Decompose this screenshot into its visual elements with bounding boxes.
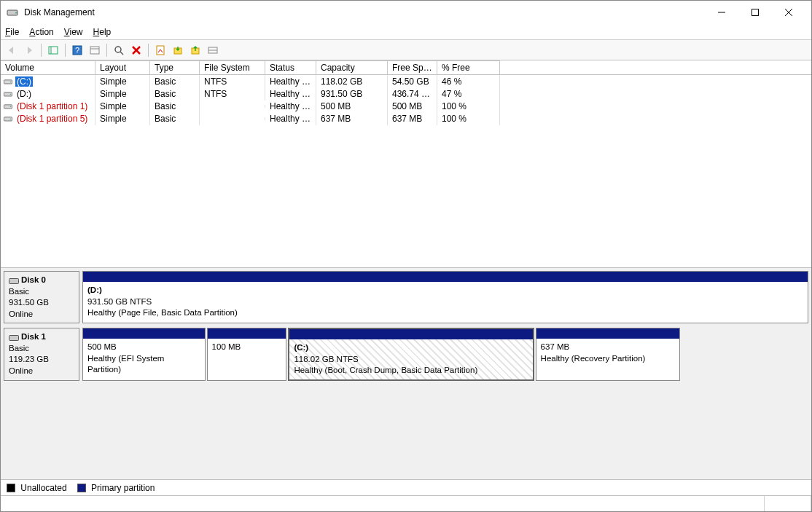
- col-volume[interactable]: Volume: [1, 60, 95, 74]
- svg-point-26: [10, 106, 11, 106]
- statusbar: [1, 495, 811, 511]
- disk-type: Basic: [9, 287, 29, 296]
- partition[interactable]: 637 MBHealthy (Recovery Partition): [536, 328, 680, 381]
- volume-filesystem: [200, 117, 265, 120]
- volume-type: Basic: [150, 75, 200, 88]
- partition-stripe: [208, 328, 286, 339]
- maximize-button[interactable]: [738, 1, 772, 24]
- disk-size: 931.50 GB: [9, 298, 49, 307]
- col-layout[interactable]: Layout: [95, 60, 150, 74]
- volume-name: (D:): [15, 89, 33, 99]
- action-button-3[interactable]: [205, 42, 221, 58]
- partition-stripe: [83, 328, 205, 339]
- disk-icon: [9, 333, 19, 342]
- partition-size: 500 MB: [87, 342, 117, 351]
- volume-name: (Disk 1 partition 5): [15, 114, 89, 124]
- col-pctfree[interactable]: % Free: [437, 60, 500, 74]
- volume-status: Healthy (P...: [265, 87, 316, 101]
- menu-view[interactable]: View: [64, 27, 83, 37]
- back-button[interactable]: [4, 42, 20, 58]
- partition[interactable]: 500 MBHealthy (EFI System Partition): [82, 328, 206, 381]
- menu-help[interactable]: Help: [93, 27, 112, 37]
- disk-map-pane[interactable]: Disk 0Basic931.50 GBOnline(D:)931.50 GB …: [1, 268, 811, 479]
- svg-line-13: [120, 52, 123, 55]
- disk-partitions: 500 MBHealthy (EFI System Partition)100 …: [82, 328, 808, 381]
- col-type[interactable]: Type: [150, 60, 200, 74]
- volume-filesystem: NTFS: [200, 75, 265, 88]
- properties-button[interactable]: [152, 42, 168, 58]
- toolbar-sep: [148, 44, 149, 57]
- disk-size: 119.23 GB: [9, 355, 49, 363]
- unallocated-swatch: [7, 484, 15, 492]
- volume-capacity: 637 MB: [316, 112, 388, 125]
- volume-layout: Simple: [95, 75, 150, 88]
- partition[interactable]: 100 MB: [207, 328, 287, 381]
- legend: Unallocated Primary partition: [1, 479, 811, 495]
- volume-pctfree: 46 %: [437, 75, 500, 88]
- show-hide-console-tree-button[interactable]: [45, 42, 61, 58]
- volume-row[interactable]: (Disk 1 partition 5)SimpleBasicHealthy (…: [1, 112, 811, 125]
- col-capacity[interactable]: Capacity: [316, 60, 388, 74]
- volume-pctfree: 47 %: [437, 87, 500, 101]
- volume-freespace: 54.50 GB: [388, 75, 437, 88]
- volume-list-pane: Volume Layout Type File System Status Ca…: [1, 60, 811, 268]
- volume-freespace: 436.74 GB: [388, 87, 437, 101]
- col-filesystem[interactable]: File System: [200, 60, 265, 74]
- svg-rect-6: [49, 47, 58, 54]
- menu-action[interactable]: Action: [29, 27, 53, 37]
- svg-rect-29: [9, 278, 19, 283]
- partition[interactable]: (D:)931.50 GB NTFSHealthy (Page File, Ba…: [82, 271, 808, 323]
- volume-row[interactable]: (D:)SimpleBasicNTFSHealthy (P...931.50 G…: [1, 87, 811, 100]
- volume-row[interactable]: (C:)SimpleBasicNTFSHealthy (B...118.02 G…: [1, 75, 811, 87]
- svg-point-1: [15, 12, 17, 14]
- svg-point-28: [10, 118, 11, 119]
- legend-unallocated-label: Unallocated: [20, 483, 66, 493]
- volume-status: Healthy (R...: [265, 112, 316, 125]
- volume-layout: Simple: [95, 87, 150, 101]
- svg-rect-3: [752, 9, 759, 16]
- volume-capacity: 931.50 GB: [316, 87, 388, 101]
- disk-partitions: (D:)931.50 GB NTFSHealthy (Page File, Ba…: [82, 271, 808, 323]
- action-button-2[interactable]: [187, 42, 203, 58]
- disk-icon: [9, 276, 19, 285]
- legend-unallocated: Unallocated: [7, 483, 67, 493]
- disk-label[interactable]: Disk 0Basic931.50 GBOnline: [4, 271, 79, 323]
- partition-stripe: [83, 272, 808, 282]
- settings-button[interactable]: [87, 42, 103, 58]
- forward-button[interactable]: [21, 42, 37, 58]
- partition-title: (C:): [294, 343, 308, 352]
- volume-capacity: 118.02 GB: [316, 75, 388, 88]
- volume-filesystem: NTFS: [200, 87, 265, 101]
- refresh-button[interactable]: [111, 42, 127, 58]
- partition-size: 637 MB: [541, 342, 570, 351]
- action-button-1[interactable]: [170, 42, 186, 58]
- partition[interactable]: (C:)118.02 GB NTFSHealthy (Boot, Crash D…: [288, 328, 534, 381]
- disk-label[interactable]: Disk 1Basic119.23 GBOnline: [4, 328, 79, 381]
- menu-file[interactable]: File: [5, 27, 19, 37]
- partition-title: (D:): [87, 285, 102, 294]
- svg-point-22: [10, 81, 11, 82]
- partition-size: 118.02 GB NTFS: [294, 355, 358, 363]
- app-icon: [7, 7, 18, 18]
- svg-point-12: [115, 47, 121, 52]
- partition-size: 931.50 GB NTFS: [87, 297, 152, 306]
- volume-name: (Disk 1 partition 1): [15, 101, 89, 111]
- partition-stripe: [289, 329, 532, 339]
- volume-row[interactable]: (Disk 1 partition 1)SimpleBasicHealthy (…: [1, 100, 811, 112]
- menubar: File Action View Help: [1, 24, 811, 40]
- col-status[interactable]: Status: [265, 60, 316, 74]
- close-button[interactable]: [772, 1, 805, 24]
- partition-status: Healthy (EFI System Partition): [87, 354, 164, 374]
- svg-text:?: ?: [75, 46, 79, 55]
- volume-list-body[interactable]: (C:)SimpleBasicNTFSHealthy (B...118.02 G…: [1, 75, 811, 267]
- partition-status: Healthy (Page File, Basic Data Partition…: [87, 308, 238, 317]
- primary-swatch: [77, 484, 86, 492]
- help-button[interactable]: ?: [69, 42, 85, 58]
- volume-pctfree: 100 %: [437, 112, 500, 125]
- window-title: Disk Management: [24, 7, 705, 17]
- minimize-button[interactable]: [705, 1, 738, 24]
- col-freespace[interactable]: Free Spa...: [388, 60, 437, 74]
- disk-state: Online: [9, 366, 33, 375]
- volume-list-header: Volume Layout Type File System Status Ca…: [1, 60, 811, 75]
- delete-button[interactable]: [128, 42, 144, 58]
